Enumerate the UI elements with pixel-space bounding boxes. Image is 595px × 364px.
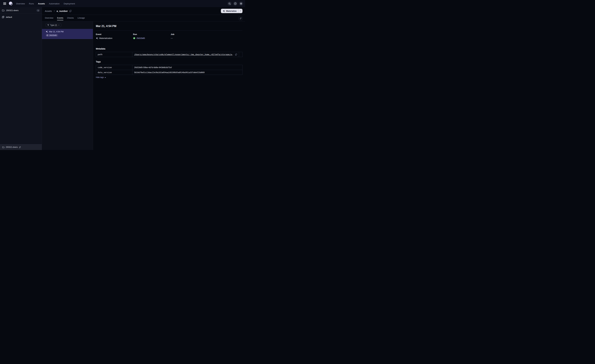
tab-lineage[interactable]: Lineage [78,17,85,20]
materialize-button[interactable]: Materialize [221,9,238,13]
primary-nav: Overview Runs Assets Automation Deployme… [16,2,75,5]
copy-asset-key-button[interactable] [69,10,72,12]
sidebar-item-label: 250321-dvers [6,9,19,12]
nav-item-overview[interactable]: Overview [16,2,25,5]
tab-events[interactable]: Events [57,17,63,20]
top-nav: Overview Runs Assets Automation Deployme… [0,0,245,7]
hamburger-menu-button[interactable] [2,1,7,6]
detail-divider [96,30,242,31]
page-title-asset-key: a_number [57,10,68,12]
event-detail-panel: Mar 21, 4:54 PM Event Run Job [93,21,245,150]
event-timestamp: Mar 21, 4:54 PM [49,31,64,33]
tab-overview[interactable]: Overview [45,17,53,20]
asset-tabs: Overview Events Checks Lineage [45,17,85,20]
asset-tabs-row: Overview Events Checks Lineage [42,15,245,21]
metadata-table: path /Users/smackesey/stm/code/elementl/… [96,52,242,57]
sidebar-item-code-location[interactable]: 250321-dvers 1 [0,7,42,14]
copy-path-button[interactable] [235,53,237,56]
tag-key: code_version [96,65,132,70]
asset-count-badge: 1 [36,9,40,12]
table-row: data_version 5816d76e51c13dac22e3fa182a6… [96,70,242,75]
run-id-label: 2fd32b85 [49,34,57,36]
refresh-events-button[interactable] [239,16,243,20]
hide-tags-toggle[interactable]: Hide tags [96,76,106,78]
event-detail-title: Mar 21, 4:54 PM [96,24,242,28]
run-link[interactable]: 2fd32b85 [133,37,171,39]
materialization-sparkle-icon [46,30,48,33]
asset-page-header: Assets a_number [42,7,245,15]
run-id-pill[interactable]: 2fd32b85 [46,34,58,37]
dagster-logo-icon[interactable] [8,1,13,6]
search-icon [228,2,231,5]
metadata-heading: Metadata [96,48,242,50]
copy-icon [235,53,237,56]
run-id-link-label: 2fd32b85 [136,37,145,39]
caret-up-icon [105,77,106,78]
tab-checks[interactable]: Checks [67,17,74,20]
tag-key: data_version [96,70,132,75]
event-type-filter-button[interactable]: Type (2) [46,23,61,27]
metadata-actions-cell [239,52,242,57]
job-column-label: Job [171,33,242,35]
hamburger-icon [3,2,6,5]
run-success-check-icon [133,37,135,39]
topnav-actions: ? [227,1,243,6]
events-list-panel: Type (2) [42,21,93,150]
nav-item-assets[interactable]: Assets [38,2,45,5]
job-value: — [171,37,242,39]
event-summary-grid: Event Run Job Materialization [96,33,242,39]
tag-value: 2fd32b85-59be-4d7d-8d6e-943b6b3d73cf [132,65,242,70]
search-button[interactable] [227,1,232,6]
asset-catalog-sidebar: 250321-dvers 1 default [0,7,42,150]
filter-funnel-icon [47,24,49,26]
event-type-filter-label: Type (2) [50,24,57,26]
gear-icon [240,2,242,5]
tag-value: 5816d76e51c13dac22e3fa182a654aa2d526fb50… [132,70,242,75]
path-link[interactable]: /Users/smackesey/stm/code/elementl/exper… [134,53,234,56]
table-row: path /Users/smackesey/stm/code/elementl/… [96,52,242,57]
help-icon: ? [234,2,237,5]
chevron-down-icon [58,24,60,26]
help-button[interactable]: ? [233,1,237,6]
nav-item-runs[interactable]: Runs [29,2,34,5]
run-status-target-icon [46,34,48,36]
copy-icon [69,10,72,12]
folder-icon [2,9,5,12]
sidebar-item-group-default[interactable]: default [0,14,42,20]
tags-heading: Tags [96,60,242,63]
metadata-value: /Users/smackesey/stm/code/elementl/exper… [132,52,239,57]
nav-item-deployment[interactable]: Deployment [64,2,75,5]
breadcrumb-assets-link[interactable]: Assets [45,10,52,12]
sidebar-item-label: default [6,16,12,18]
sparkle-icon [223,10,225,12]
refresh-icon [240,17,242,19]
run-column-label: Run [133,33,171,35]
event-column-label: Event [96,33,133,35]
materialization-sparkle-icon [96,37,98,39]
hide-tags-label: Hide tags [96,76,104,78]
table-row: code_version 2fd32b85-59be-4d7d-8d6e-943… [96,65,242,70]
tags-table: code_version 2fd32b85-59be-4d7d-8d6e-943… [96,65,242,75]
settings-button[interactable] [239,1,243,6]
asset-group-icon [2,16,4,18]
svg-text:?: ? [235,3,236,4]
breadcrumb: Assets a_number [45,10,72,12]
materialize-split-button: Materialize [221,9,242,13]
chevron-right-icon [53,10,55,12]
caret-down-icon [240,10,241,12]
event-type-value: Materialization [96,37,133,39]
footer-location-label: 250321-dvers [6,146,18,148]
event-type-label: Materialization [99,37,112,39]
reload-location-icon[interactable] [19,146,21,148]
sidebar-footer-code-location[interactable]: 250321-dvers [0,144,42,150]
event-list-item-selected[interactable]: Mar 21, 4:54 PM 2fd32b85 [42,29,93,39]
folder-icon [2,146,5,148]
materialize-dropdown-button[interactable] [238,9,242,13]
events-filter-row: Type (2) [42,21,93,27]
metadata-key: path [96,52,132,57]
nav-item-automation[interactable]: Automation [49,2,60,5]
materialize-label: Materialize [226,10,237,12]
